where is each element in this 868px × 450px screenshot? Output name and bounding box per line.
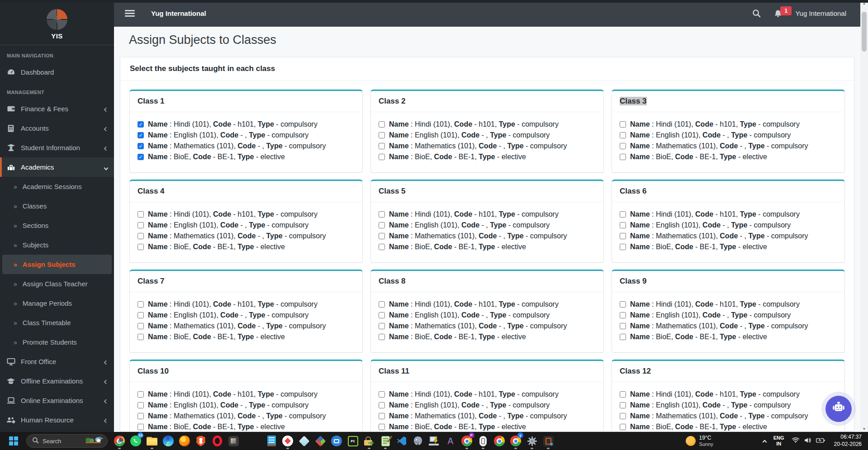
windows-start-button[interactable]: [5, 432, 23, 450]
sidebar-subitem-manage-periods[interactable]: »Manage Periods: [0, 294, 114, 313]
sidebar-subitem-promote-students[interactable]: »Promote Students: [0, 332, 114, 352]
user-menu[interactable]: Yug International: [795, 9, 846, 17]
taskbar-app-anydesk-icon[interactable]: [280, 432, 296, 450]
taskbar-app-chrome-yis-icon[interactable]: [111, 432, 128, 450]
taskbar-app-unity-icon[interactable]: [312, 432, 328, 450]
taskbar-app-dark-app-icon[interactable]: [225, 432, 242, 450]
subject-checkbox[interactable]: [620, 301, 626, 308]
taskbar-app-notepad-icon[interactable]: [263, 432, 280, 450]
subject-checkbox[interactable]: [379, 222, 385, 228]
subject-checkbox[interactable]: [620, 413, 626, 419]
taskbar-app-brave-icon[interactable]: [193, 432, 209, 450]
subject-checkbox[interactable]: [138, 391, 144, 398]
subject-checkbox[interactable]: [620, 121, 626, 128]
subject-checkbox[interactable]: [620, 154, 626, 160]
taskbar-app-opera-icon[interactable]: [209, 432, 225, 450]
subject-checkbox[interactable]: [620, 244, 626, 250]
subject-checkbox[interactable]: [138, 413, 144, 419]
sidebar-item-academics[interactable]: Academics: [0, 157, 114, 177]
subject-checkbox[interactable]: [379, 244, 385, 250]
taskbar-app-pycharm-icon[interactable]: PC: [345, 432, 361, 450]
subject-checkbox[interactable]: [138, 244, 144, 250]
subject-checkbox[interactable]: [379, 143, 385, 149]
subject-checkbox[interactable]: [379, 233, 385, 239]
taskbar-app-explorer-icon[interactable]: [144, 432, 160, 450]
subject-checkbox[interactable]: [620, 424, 626, 430]
subject-checkbox[interactable]: [138, 402, 144, 408]
subject-checkbox[interactable]: [379, 312, 385, 318]
taskbar-app-edge-icon[interactable]: [160, 432, 176, 450]
taskbar-app-winscp-icon[interactable]: [426, 432, 442, 450]
sidebar-item-accounts[interactable]: Accounts: [0, 118, 114, 138]
taskbar-app-chrome-y-icon[interactable]: y: [508, 432, 524, 450]
subject-checkbox[interactable]: [379, 402, 385, 408]
wifi-icon[interactable]: [792, 437, 800, 445]
taskbar-app-cube-icon[interactable]: [296, 432, 312, 450]
taskbar-weather-widget[interactable]: 19°C Sunny: [686, 435, 713, 448]
subject-checkbox[interactable]: [138, 222, 144, 228]
sidebar-subitem-assign-class-teacher[interactable]: »Assign Class Teacher: [0, 274, 114, 294]
taskbar-clock[interactable]: 06:47:37 20-02-2026: [834, 434, 863, 448]
taskbar-app-whatsapp-icon[interactable]: 10: [128, 432, 144, 450]
subject-checkbox[interactable]: [379, 121, 385, 128]
subject-checkbox[interactable]: [620, 334, 626, 340]
search-icon[interactable]: [752, 9, 761, 18]
sidebar-subitem-subjects[interactable]: »Subjects: [0, 235, 114, 255]
subject-checkbox[interactable]: [379, 391, 385, 398]
subject-checkbox[interactable]: ✓: [138, 143, 144, 149]
subject-checkbox[interactable]: [379, 211, 385, 218]
taskbar-app-chrome-p-icon[interactable]: P: [459, 432, 475, 450]
scrollbar-down-arrow[interactable]: ▼: [860, 426, 868, 432]
subject-checkbox[interactable]: [138, 211, 144, 218]
subject-checkbox[interactable]: [138, 323, 144, 329]
taskbar-app-firefox-icon[interactable]: [176, 432, 193, 450]
taskbar-app-chrome-icon[interactable]: [491, 432, 508, 450]
sidebar-item-online-examinations[interactable]: Online Examinations: [0, 391, 114, 410]
sidebar-item-finance-fees[interactable]: Finance & Fees: [0, 99, 114, 118]
sidebar-item-offline-examinations[interactable]: Offline Examinations: [0, 371, 114, 391]
volume-icon[interactable]: [804, 437, 812, 445]
subject-checkbox[interactable]: [138, 334, 144, 340]
sidebar-subitem-sections[interactable]: »Sections: [0, 216, 114, 235]
taskbar-app-snip-icon[interactable]: [540, 432, 556, 450]
taskbar-app-notepadpp-icon[interactable]: [377, 432, 394, 450]
subject-checkbox[interactable]: ✓: [138, 154, 144, 160]
subject-checkbox[interactable]: ✓: [138, 121, 144, 128]
sidebar-subitem-class-timetable[interactable]: »Class Timetable: [0, 313, 114, 332]
notifications-bell-icon[interactable]: 1: [773, 9, 783, 18]
subject-checkbox[interactable]: [620, 402, 626, 408]
language-indicator[interactable]: ENG IN: [773, 435, 784, 447]
sidebar-item-front-office[interactable]: Front Office: [0, 352, 114, 371]
sidebar-subitem-academic-sessions[interactable]: »Academic Sessions: [0, 177, 114, 196]
subject-checkbox[interactable]: ✓: [138, 132, 144, 138]
sidebar-subitem-classes[interactable]: »Classes: [0, 196, 114, 216]
subject-checkbox[interactable]: [379, 323, 385, 329]
subject-checkbox[interactable]: [620, 391, 626, 398]
subject-checkbox[interactable]: [138, 424, 144, 430]
subject-checkbox[interactable]: [620, 143, 626, 149]
subject-checkbox[interactable]: [620, 312, 626, 318]
sidebar-item-student-information[interactable]: Student Information: [0, 138, 114, 157]
taskbar-search-box[interactable]: Search: [26, 434, 108, 448]
subject-checkbox[interactable]: [620, 233, 626, 239]
sidebar-subitem-assign-subjects[interactable]: »Assign Subjects: [2, 255, 112, 274]
menu-toggle-icon[interactable]: [125, 10, 135, 17]
subject-checkbox[interactable]: [379, 154, 385, 160]
subject-checkbox[interactable]: [138, 301, 144, 308]
subject-checkbox[interactable]: [379, 424, 385, 430]
app-logo[interactable]: YIS: [0, 0, 114, 45]
subject-checkbox[interactable]: [620, 222, 626, 228]
taskbar-app-teamviewer-icon[interactable]: [328, 432, 345, 450]
taskbar-app-appium-icon[interactable]: A: [442, 432, 459, 450]
taskbar-app-lock-icon[interactable]: [361, 432, 377, 450]
taskbar-app-vscode-icon[interactable]: [394, 432, 410, 450]
scrollbar-thumb[interactable]: [862, 12, 867, 52]
search-highlight-bird-image[interactable]: [85, 435, 104, 447]
subject-checkbox[interactable]: [620, 323, 626, 329]
chatbot-fab-button[interactable]: [825, 396, 852, 422]
subject-checkbox[interactable]: [379, 413, 385, 419]
sidebar-item-dashboard[interactable]: Dashboard: [0, 62, 114, 82]
subject-checkbox[interactable]: [379, 132, 385, 138]
subject-checkbox[interactable]: [138, 233, 144, 239]
subject-checkbox[interactable]: [138, 312, 144, 318]
